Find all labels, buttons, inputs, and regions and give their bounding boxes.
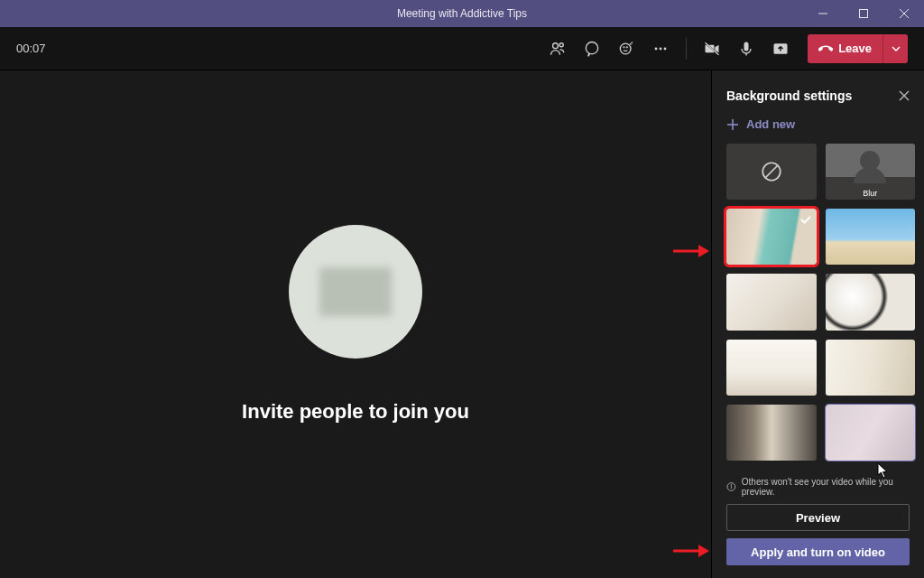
- meeting-toolbar: 00:07 Leave: [0, 27, 924, 70]
- plus-icon: [726, 118, 739, 131]
- leave-label: Leave: [838, 42, 872, 55]
- avatar: [289, 225, 422, 359]
- share-screen-icon[interactable]: [764, 33, 797, 65]
- svg-point-8: [624, 46, 624, 47]
- svg-rect-1: [859, 10, 867, 18]
- bg-option-room-2[interactable]: [826, 274, 916, 330]
- toolbar-actions: Leave: [541, 33, 908, 65]
- leave-button[interactable]: Leave: [808, 34, 908, 63]
- bg-option-room-1[interactable]: [726, 274, 817, 330]
- check-icon: [799, 212, 813, 227]
- bg-option-none[interactable]: [726, 144, 817, 200]
- microphone-icon[interactable]: [730, 33, 762, 65]
- panel-title: Background settings: [726, 89, 852, 103]
- more-icon[interactable]: [644, 33, 677, 65]
- svg-point-9: [627, 46, 628, 47]
- bg-option-office-2[interactable]: [726, 405, 817, 461]
- leave-chevron[interactable]: [882, 34, 908, 63]
- window-controls: [802, 0, 924, 27]
- content-area: Invite people to join you Background set…: [0, 70, 924, 578]
- add-new-button[interactable]: Add new: [712, 110, 924, 144]
- svg-point-26: [731, 485, 732, 486]
- add-new-label: Add new: [746, 117, 795, 131]
- window-title: Meeting with Addictive Tips: [397, 7, 527, 20]
- panel-footer: Others won't see your video while you pr…: [712, 470, 924, 578]
- toolbar-separator: [686, 38, 687, 60]
- svg-rect-15: [744, 42, 749, 51]
- svg-line-23: [765, 166, 777, 178]
- camera-off-icon[interactable]: [696, 33, 728, 65]
- bg-option-room-3[interactable]: [726, 340, 817, 396]
- svg-point-11: [660, 47, 662, 50]
- blur-label: Blur: [863, 189, 877, 198]
- bg-option-room-4[interactable]: [826, 340, 916, 396]
- bg-option-blur[interactable]: Blur: [826, 144, 916, 200]
- svg-point-7: [620, 43, 631, 54]
- close-button[interactable]: [883, 0, 924, 27]
- svg-point-5: [559, 42, 563, 46]
- leave-main[interactable]: Leave: [808, 42, 882, 56]
- background-grid[interactable]: Blur: [712, 144, 924, 470]
- minimize-button[interactable]: [802, 0, 843, 27]
- svg-point-6: [586, 42, 597, 53]
- chat-icon[interactable]: [576, 33, 608, 65]
- avatar-image: [319, 267, 392, 316]
- invite-text: Invite people to join you: [242, 400, 469, 424]
- none-icon: [760, 160, 783, 183]
- svg-point-12: [664, 47, 667, 50]
- svg-point-10: [655, 47, 658, 50]
- maximize-button[interactable]: [843, 0, 883, 27]
- titlebar: Meeting with Addictive Tips: [0, 0, 924, 27]
- bg-option-beach[interactable]: [826, 209, 916, 265]
- preview-button[interactable]: Preview: [726, 504, 910, 531]
- participants-icon[interactable]: [541, 33, 574, 65]
- info-icon: [726, 481, 736, 492]
- background-settings-panel: Background settings Add new Blur: [711, 70, 924, 578]
- hint-text: Others won't see your video while you pr…: [742, 477, 910, 497]
- svg-point-4: [553, 42, 559, 48]
- call-timer: 00:07: [16, 42, 46, 55]
- preview-hint: Others won't see your video while you pr…: [726, 477, 910, 497]
- hangup-icon: [818, 42, 833, 56]
- bg-option-office-1[interactable]: [726, 209, 817, 265]
- reactions-icon[interactable]: [610, 33, 642, 65]
- bg-option-room-5[interactable]: [826, 405, 916, 461]
- apply-button[interactable]: Apply and turn on video: [726, 538, 910, 565]
- panel-close-icon[interactable]: [899, 90, 910, 101]
- meeting-stage: Invite people to join you: [0, 70, 711, 578]
- panel-header: Background settings: [712, 70, 924, 110]
